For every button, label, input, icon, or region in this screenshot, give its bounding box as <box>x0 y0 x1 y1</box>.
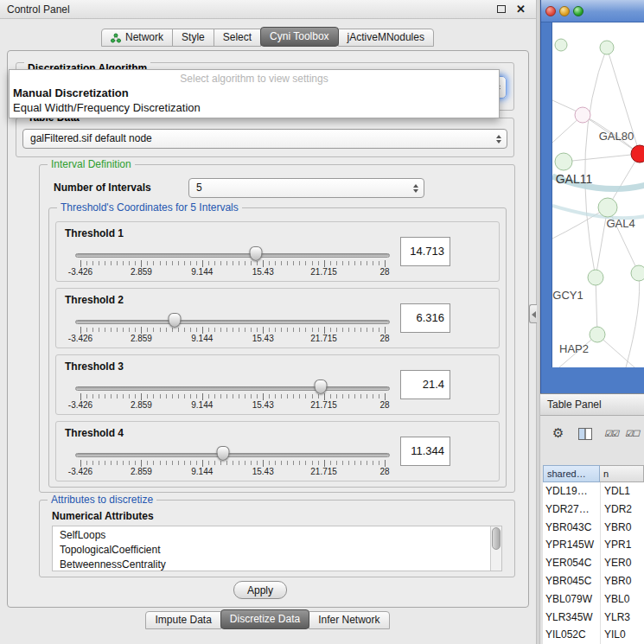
table-row[interactable]: YER054CYER0 <box>543 554 644 572</box>
gear-icon[interactable]: ⚙ <box>552 425 564 441</box>
network-icon <box>111 33 121 43</box>
network-canvas[interactable]: GAL80 GAL11 GAL4 GCY1 HAP2 <box>552 22 644 367</box>
threshold-value-field[interactable]: 14.713 <box>400 237 450 266</box>
cell-name: YLR3 <box>600 609 630 627</box>
slider-thumb[interactable] <box>315 379 328 394</box>
threshold-value-field[interactable]: 21.4 <box>400 370 450 399</box>
major-tick <box>202 260 203 267</box>
close-traffic-light-icon[interactable] <box>545 6 556 16</box>
top-tab-cyni-toolbox[interactable]: Cyni Toolbox <box>260 27 338 47</box>
slider-track[interactable] <box>75 453 390 457</box>
threshold-value-field[interactable]: 6.316 <box>400 303 450 333</box>
control-panel: Control Panel ✕ NetworkStyleSelectCyni T… <box>0 0 536 644</box>
table-row[interactable]: YIL052CYIL0 <box>543 626 644 644</box>
network-node[interactable] <box>555 153 572 170</box>
bottom-tab-discretize-data[interactable]: Discretize Data <box>220 609 309 629</box>
slider-track[interactable] <box>75 253 390 258</box>
major-tick <box>385 393 386 400</box>
major-tick <box>80 393 81 400</box>
tick-label: 9.144 <box>191 467 213 476</box>
tick-label: 9.144 <box>191 400 213 410</box>
tick-label: -3.426 <box>68 267 92 277</box>
table-row[interactable]: YBR045CYBR0 <box>543 572 644 590</box>
splitter-collapse-handle[interactable] <box>529 304 537 323</box>
tick-label: 2.859 <box>131 267 152 277</box>
bottom-tab-infer-network[interactable]: Infer Network <box>309 611 389 629</box>
zoom-traffic-light-icon[interactable] <box>573 6 583 16</box>
table-row[interactable]: YBR043CYBR0 <box>543 519 644 537</box>
table-panel: ⚙ ☑☑ ☑☐ shared… n YDL19…YDL1YDR27…YDR2YB… <box>540 416 644 644</box>
threshold-sliders: Threshold 1 -3.4262.8599.14415.4321.7152… <box>55 221 500 488</box>
major-tick <box>324 260 325 267</box>
threshold-label: Threshold 3 <box>65 360 124 373</box>
network-node[interactable] <box>555 39 567 51</box>
apply-button[interactable]: Apply <box>233 581 287 599</box>
network-node[interactable] <box>598 198 617 217</box>
top-tab-network[interactable]: Network <box>101 29 173 47</box>
numerical-attributes-label: Numerical Attributes <box>52 510 154 522</box>
table-row[interactable]: YLR345WYLR3 <box>543 609 644 627</box>
threshold-block: Threshold 4 -3.4262.8599.14415.4321.7152… <box>55 421 500 481</box>
top-tab-jactivemnodules[interactable]: jActiveMNodules <box>338 29 434 47</box>
slider-thumb[interactable] <box>250 246 263 261</box>
column-header-name[interactable]: n <box>600 465 644 482</box>
tick-label: 15.43 <box>252 467 274 476</box>
top-tab-select[interactable]: Select <box>214 29 261 47</box>
cell-shared-name: YDR27… <box>543 503 590 515</box>
major-tick <box>141 460 142 467</box>
slider-track[interactable] <box>75 320 390 324</box>
table-data-select[interactable]: galFiltered.sif default node <box>22 129 507 149</box>
tick-label: -3.426 <box>68 467 92 476</box>
major-tick <box>385 460 386 467</box>
table-panel-header: Table Panel <box>540 393 644 416</box>
cell-name: YBR0 <box>600 572 631 590</box>
list-scrollbar-thumb[interactable] <box>492 527 501 550</box>
column-header-shared-name[interactable]: shared… <box>543 465 600 482</box>
table-row[interactable]: YBL079WYBL0 <box>543 590 644 609</box>
tick-label: 21.715 <box>310 267 337 277</box>
attribute-item[interactable]: TopologicalCoefficient <box>53 543 501 558</box>
table-row[interactable]: YPR145WYPR1 <box>543 536 644 554</box>
slider-ticks: -3.4262.8599.14415.4321.71528 <box>80 328 385 332</box>
tick-label: -3.426 <box>68 400 92 410</box>
network-node[interactable] <box>631 265 644 281</box>
algorithm-option[interactable]: Equal Width/Frequency Discretization <box>10 100 499 115</box>
network-node[interactable] <box>600 41 614 54</box>
close-icon[interactable]: ✕ <box>516 0 526 19</box>
algorithm-option[interactable]: Manual Discretization <box>10 86 499 100</box>
major-tick <box>80 327 81 334</box>
list-scrollbar[interactable] <box>490 526 501 571</box>
top-tab-style[interactable]: Style <box>172 29 214 47</box>
attribute-item[interactable]: SelfLoops <box>53 528 501 543</box>
slider-thumb[interactable] <box>217 446 230 461</box>
network-node[interactable] <box>590 327 605 342</box>
group-title: Interval Definition <box>48 158 135 170</box>
select-columns-icon[interactable]: ☑☐ <box>625 429 639 438</box>
minimize-traffic-light-icon[interactable] <box>559 6 570 16</box>
threshold-label: Threshold 4 <box>65 427 124 439</box>
network-node-selected[interactable] <box>631 145 644 163</box>
slider-ticks: -3.4262.8599.14415.4321.71528 <box>80 394 385 399</box>
table-row[interactable]: YDL19…YDL1 <box>543 482 644 501</box>
attribute-item[interactable]: BetweennessCentrality <box>53 558 501 571</box>
cell-shared-name: YBR045C <box>543 575 591 587</box>
cell-shared-name: YDL19… <box>543 485 588 497</box>
node-label: GAL4 <box>606 217 634 230</box>
control-panel-title: Control Panel <box>7 0 70 19</box>
network-window-titlebar[interactable] <box>541 0 644 22</box>
threshold-value-field[interactable]: 11.344 <box>400 437 450 466</box>
slider-ticks: -3.4262.8599.14415.4321.71528 <box>80 461 385 465</box>
float-window-icon[interactable] <box>497 5 506 13</box>
number-of-intervals-spinner[interactable]: 5 <box>188 178 424 198</box>
slider-thumb[interactable] <box>169 313 182 328</box>
bottom-tab-impute-data[interactable]: Impute Data <box>145 611 220 629</box>
network-node[interactable] <box>575 107 590 123</box>
network-node[interactable] <box>588 270 603 285</box>
tick-label: 9.144 <box>191 334 213 343</box>
tick-label: 21.715 <box>310 467 337 476</box>
column-selector-icon[interactable] <box>578 428 592 443</box>
table-row[interactable]: YDR27…YDR2 <box>543 501 644 519</box>
tick-label: 28 <box>379 467 389 476</box>
slider-track[interactable] <box>75 386 390 391</box>
select-all-columns-icon[interactable]: ☑☑ <box>604 429 618 438</box>
